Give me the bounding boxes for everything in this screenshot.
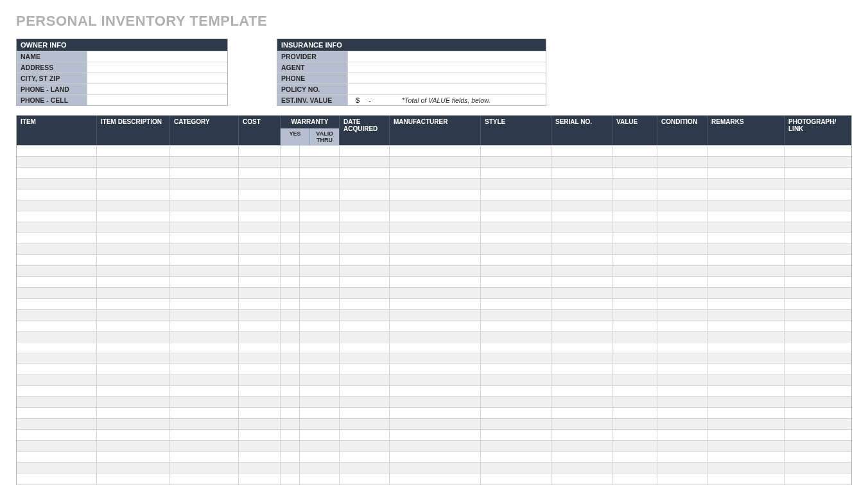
table-cell[interactable] bbox=[239, 331, 281, 342]
owner-field-value[interactable] bbox=[87, 51, 227, 62]
table-cell[interactable] bbox=[340, 321, 390, 331]
table-cell[interactable] bbox=[657, 233, 707, 243]
table-cell[interactable] bbox=[707, 342, 785, 353]
table-cell[interactable] bbox=[340, 266, 390, 276]
table-cell[interactable] bbox=[390, 375, 481, 385]
table-cell[interactable] bbox=[707, 233, 785, 243]
table-cell[interactable] bbox=[707, 463, 785, 473]
table-cell[interactable] bbox=[785, 441, 850, 451]
table-cell[interactable] bbox=[612, 364, 657, 375]
table-cell[interactable] bbox=[170, 397, 239, 407]
table-cell[interactable] bbox=[481, 190, 551, 200]
table-cell[interactable] bbox=[281, 310, 300, 320]
table-cell[interactable] bbox=[657, 419, 707, 429]
table-cell[interactable] bbox=[17, 200, 97, 211]
table-cell[interactable] bbox=[481, 310, 551, 320]
table-cell[interactable] bbox=[170, 179, 239, 189]
table-cell[interactable] bbox=[239, 211, 281, 222]
table-cell[interactable] bbox=[707, 299, 785, 309]
table-cell[interactable] bbox=[300, 233, 340, 243]
table-cell[interactable] bbox=[481, 168, 551, 178]
table-cell[interactable] bbox=[390, 430, 481, 440]
table-cell[interactable] bbox=[300, 463, 340, 473]
table-cell[interactable] bbox=[17, 255, 97, 265]
table-cell[interactable] bbox=[300, 190, 340, 200]
table-cell[interactable] bbox=[300, 441, 340, 451]
table-cell[interactable] bbox=[17, 211, 97, 222]
table-cell[interactable] bbox=[481, 321, 551, 331]
table-cell[interactable] bbox=[170, 331, 239, 342]
insurance-field-value[interactable] bbox=[348, 62, 546, 73]
table-cell[interactable] bbox=[551, 233, 612, 243]
table-cell[interactable] bbox=[300, 473, 340, 484]
table-cell[interactable] bbox=[97, 288, 170, 298]
table-cell[interactable] bbox=[97, 310, 170, 320]
table-cell[interactable] bbox=[785, 146, 850, 156]
table-cell[interactable] bbox=[657, 364, 707, 375]
table-cell[interactable] bbox=[300, 375, 340, 385]
table-cell[interactable] bbox=[390, 277, 481, 287]
table-cell[interactable] bbox=[707, 168, 785, 178]
table-cell[interactable] bbox=[97, 408, 170, 418]
table-cell[interactable] bbox=[707, 473, 785, 484]
table-cell[interactable] bbox=[612, 255, 657, 265]
table-cell[interactable] bbox=[551, 463, 612, 473]
table-cell[interactable] bbox=[390, 353, 481, 364]
table-cell[interactable] bbox=[300, 430, 340, 440]
table-cell[interactable] bbox=[657, 299, 707, 309]
table-cell[interactable] bbox=[281, 277, 300, 287]
table-cell[interactable] bbox=[707, 419, 785, 429]
table-cell[interactable] bbox=[785, 233, 850, 243]
table-cell[interactable] bbox=[612, 441, 657, 451]
table-cell[interactable] bbox=[785, 473, 850, 484]
table-cell[interactable] bbox=[657, 473, 707, 484]
table-cell[interactable] bbox=[170, 168, 239, 178]
table-cell[interactable] bbox=[239, 255, 281, 265]
table-cell[interactable] bbox=[481, 255, 551, 265]
table-cell[interactable] bbox=[657, 321, 707, 331]
table-cell[interactable] bbox=[170, 200, 239, 211]
table-cell[interactable] bbox=[551, 310, 612, 320]
table-cell[interactable] bbox=[17, 463, 97, 473]
table-cell[interactable] bbox=[657, 342, 707, 353]
table-cell[interactable] bbox=[340, 233, 390, 243]
table-cell[interactable] bbox=[300, 146, 340, 156]
table-cell[interactable] bbox=[281, 244, 300, 254]
table-cell[interactable] bbox=[481, 342, 551, 353]
table-cell[interactable] bbox=[785, 299, 850, 309]
table-cell[interactable] bbox=[390, 146, 481, 156]
table-cell[interactable] bbox=[97, 211, 170, 222]
table-cell[interactable] bbox=[707, 222, 785, 233]
table-cell[interactable] bbox=[17, 321, 97, 331]
table-cell[interactable] bbox=[97, 222, 170, 233]
table-cell[interactable] bbox=[390, 244, 481, 254]
table-cell[interactable] bbox=[390, 222, 481, 233]
table-cell[interactable] bbox=[390, 190, 481, 200]
table-cell[interactable] bbox=[170, 452, 239, 462]
table-cell[interactable] bbox=[785, 452, 850, 462]
table-cell[interactable] bbox=[612, 463, 657, 473]
table-cell[interactable] bbox=[390, 157, 481, 167]
table-cell[interactable] bbox=[481, 288, 551, 298]
table-cell[interactable] bbox=[340, 190, 390, 200]
table-cell[interactable] bbox=[300, 244, 340, 254]
table-cell[interactable] bbox=[657, 200, 707, 211]
table-cell[interactable] bbox=[481, 375, 551, 385]
table-cell[interactable] bbox=[97, 386, 170, 396]
table-cell[interactable] bbox=[281, 386, 300, 396]
table-cell[interactable] bbox=[17, 386, 97, 396]
table-cell[interactable] bbox=[551, 353, 612, 364]
table-cell[interactable] bbox=[340, 146, 390, 156]
table-cell[interactable] bbox=[281, 321, 300, 331]
table-cell[interactable] bbox=[281, 441, 300, 451]
table-cell[interactable] bbox=[707, 211, 785, 222]
table-cell[interactable] bbox=[340, 353, 390, 364]
table-cell[interactable] bbox=[707, 288, 785, 298]
table-cell[interactable] bbox=[481, 244, 551, 254]
table-cell[interactable] bbox=[612, 157, 657, 167]
table-cell[interactable] bbox=[657, 441, 707, 451]
table-cell[interactable] bbox=[612, 419, 657, 429]
table-cell[interactable] bbox=[612, 331, 657, 342]
table-cell[interactable] bbox=[340, 430, 390, 440]
table-cell[interactable] bbox=[17, 222, 97, 233]
